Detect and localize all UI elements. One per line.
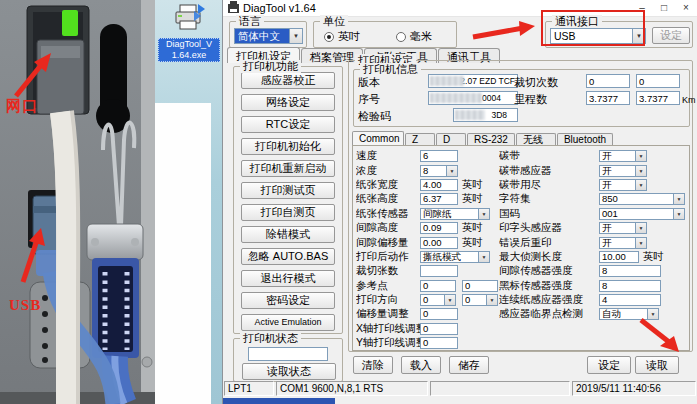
chevron-down-icon[interactable] <box>486 295 497 305</box>
network-setup-button[interactable]: 网络设定 <box>241 94 335 111</box>
redaction-blur <box>455 110 485 120</box>
cut-count-field-1[interactable]: 0 <box>586 74 630 88</box>
language-select[interactable]: 简体中文 <box>234 28 303 44</box>
unit-inch-radio[interactable]: 英吋 <box>324 29 360 44</box>
chevron-down-icon[interactable] <box>289 29 302 43</box>
gap-sensor-strength-input[interactable]: 8 <box>599 265 661 277</box>
continuous-sensor-strength-input[interactable]: 4 <box>599 294 661 306</box>
set-button[interactable]: 设定 <box>587 356 631 374</box>
subtab-z[interactable]: Z <box>405 133 435 145</box>
load-button[interactable]: 载入 <box>401 356 441 374</box>
paper-width-input[interactable]: 4.00 <box>420 179 458 191</box>
chevron-down-icon[interactable] <box>444 295 455 305</box>
print-self-test-button[interactable]: 打印自测页 <box>241 204 335 221</box>
ribbon-sensor-select[interactable]: 开 <box>599 165 647 177</box>
statusbar-port: LPT1 <box>224 381 274 396</box>
chevron-down-icon[interactable] <box>647 309 658 319</box>
field-label: 打印方向 <box>356 293 420 307</box>
clear-button[interactable]: 清除 <box>353 356 393 374</box>
chevron-down-icon[interactable] <box>446 166 457 176</box>
chevron-down-icon[interactable] <box>673 194 684 204</box>
gap-height-input[interactable]: 0.09 <box>420 222 458 234</box>
rtc-setup-button[interactable]: RTC设定 <box>241 116 335 133</box>
subtab-rs232[interactable]: RS-232 <box>467 133 515 145</box>
paper-height-input[interactable]: 6.37 <box>420 193 458 205</box>
printer-restart-button[interactable]: 打印机重新启动 <box>241 160 335 177</box>
offset-adjust-input[interactable]: 0 <box>420 308 458 320</box>
reference-y-input[interactable]: 0 <box>462 280 498 292</box>
comm-set-button[interactable]: 设定 <box>652 27 690 44</box>
read-button[interactable]: 读取 <box>635 356 679 374</box>
ignore-autobas-button[interactable]: 忽略 AUTO.BAS <box>241 248 335 265</box>
sensor-threshold-select[interactable]: 自动 <box>599 308 659 320</box>
field-row: 裁切张数 <box>356 264 506 278</box>
read-status-button[interactable]: 读取状态 <box>242 363 336 380</box>
diagtool-window: DiagTool v1.64 – □ × 语言 简体中文 单位 英吋 <box>222 0 697 404</box>
subtab-bluetooth[interactable]: Bluetooth <box>557 133 613 145</box>
chevron-down-icon[interactable] <box>478 209 489 219</box>
max-detect-length-input[interactable]: 10.00 <box>599 251 639 263</box>
ribbon-select[interactable]: 开 <box>599 150 647 162</box>
maximize-button[interactable]: □ <box>653 0 675 16</box>
field-row: 错误后重印 开 <box>499 235 689 249</box>
error-reprint-select[interactable]: 开 <box>599 237 647 249</box>
speed-input[interactable]: 6 <box>420 150 458 162</box>
post-print-action-select[interactable]: 撕纸模式 <box>420 251 490 263</box>
chevron-down-icon[interactable] <box>635 180 646 190</box>
printer-installer-icon <box>171 3 207 33</box>
field-row: 印字头感应器 开 <box>499 221 689 235</box>
cut-sheets-input[interactable] <box>420 265 458 277</box>
subtab-wireless[interactable]: 无线 <box>516 133 556 145</box>
paper-sensor-select[interactable]: 间隙纸 <box>420 208 490 220</box>
ribbon-out-select[interactable]: 开 <box>599 179 647 191</box>
password-setup-button[interactable]: 密码设定 <box>241 292 335 309</box>
blackmark-sensor-strength-input[interactable]: 8 <box>599 280 661 292</box>
serial-value: 0004 <box>482 93 501 103</box>
gap-offset-input[interactable]: 0.00 <box>420 237 458 249</box>
country-code-select[interactable]: 001 <box>599 208 685 220</box>
head-sensor-select[interactable]: 开 <box>599 222 647 234</box>
subtab-d[interactable]: D <box>436 133 466 145</box>
field-row: 黑标传感器强度 8 <box>499 279 689 293</box>
save-button[interactable]: 储存 <box>449 356 489 374</box>
functions-group-label: 打印机功能 <box>240 60 301 73</box>
close-button[interactable]: × <box>675 0 697 16</box>
printer-status-field[interactable] <box>248 347 328 361</box>
field-row: 间隙偏移量 0.00 英吋 <box>356 235 506 249</box>
chevron-down-icon[interactable] <box>635 166 646 176</box>
chevron-down-icon[interactable] <box>635 151 646 161</box>
serial-field[interactable]: 0004 <box>428 91 518 105</box>
field-row: 最大侦测长度 10.00 英吋 <box>499 250 689 264</box>
debug-mode-button[interactable]: 除错模式 <box>241 226 335 243</box>
field-label: 打印后动作 <box>356 250 420 264</box>
chevron-down-icon[interactable] <box>635 238 646 248</box>
checksum-field[interactable]: 3D8 <box>453 108 518 122</box>
reference-x-input[interactable]: 0 <box>420 280 456 292</box>
diagtool-desktop-icon[interactable]: DiagTool_V 1.64.exe <box>158 3 220 62</box>
field-label: 速度 <box>356 149 420 163</box>
sensor-calibrate-button[interactable]: 感应器校正 <box>241 72 335 89</box>
chevron-down-icon[interactable] <box>673 209 684 219</box>
left-field-column: 速度 6 浓度 8 纸张宽度 4.00 英吋 <box>356 149 506 350</box>
field-label: 碳带 <box>499 149 599 163</box>
subtab-common[interactable]: Common <box>352 131 404 145</box>
field-row: 间隙传感器强度 8 <box>499 264 689 278</box>
mileage-field-1[interactable]: 3.7377 <box>586 91 630 105</box>
exit-line-mode-button[interactable]: 退出行模式 <box>241 270 335 287</box>
app-printer-icon <box>228 4 239 13</box>
x-line-adjust-input[interactable]: 0 <box>420 323 458 335</box>
chevron-down-icon[interactable] <box>635 223 646 233</box>
y-line-adjust-input[interactable]: 0 <box>420 337 458 349</box>
direction-select-1[interactable]: 0 <box>420 294 456 306</box>
density-select[interactable]: 8 <box>420 165 458 177</box>
print-test-page-button[interactable]: 打印测试页 <box>241 182 335 199</box>
active-emulation-button[interactable]: Active Emulation <box>241 314 335 331</box>
direction-select-2[interactable]: 0 <box>462 294 498 306</box>
unit-mm-radio[interactable]: 毫米 <box>396 29 432 44</box>
cut-count-field-2[interactable]: 0 <box>636 74 680 88</box>
version-field[interactable]: on: A2.07 EZD TCF <box>428 74 518 88</box>
printer-initialize-button[interactable]: 打印机初始化 <box>241 138 335 155</box>
chevron-down-icon[interactable] <box>478 252 489 262</box>
mileage-field-2[interactable]: 3.7377 <box>636 91 680 105</box>
codepage-select[interactable]: 850 <box>599 193 685 205</box>
